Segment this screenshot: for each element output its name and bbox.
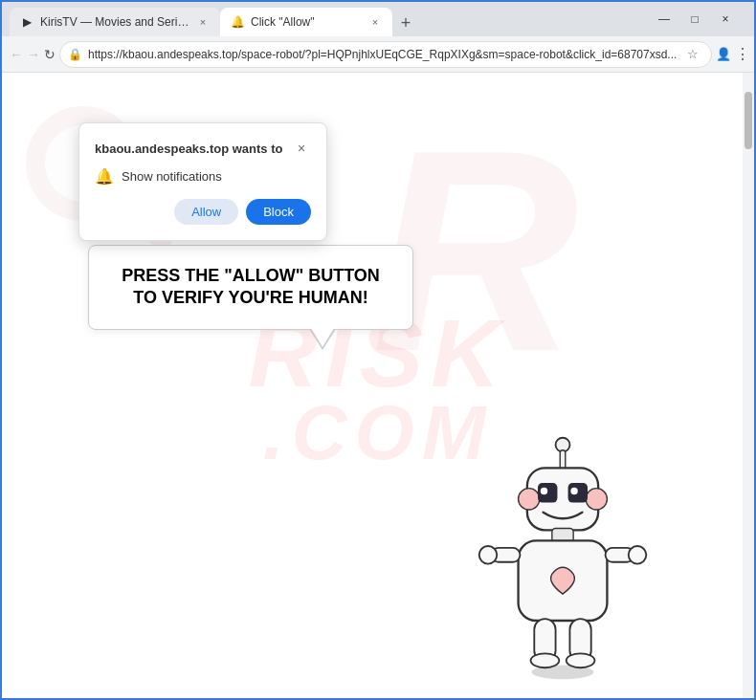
title-bar: ▶ KirisTV — Movies and Series D... × 🔔 C… — [2, 2, 754, 36]
allow-button[interactable]: Allow — [174, 199, 238, 225]
url-box[interactable]: 🔒 https://kbaou.andespeaks.top/space-rob… — [59, 41, 712, 68]
block-button[interactable]: Block — [246, 199, 311, 225]
tab-allow[interactable]: 🔔 Click "Allow" × — [220, 8, 392, 36]
notification-label: Show notifications — [122, 169, 222, 184]
svg-point-21 — [531, 653, 560, 667]
tab-2-close-button[interactable]: × — [367, 14, 383, 30]
reload-button[interactable]: ↻ — [44, 41, 56, 68]
svg-point-8 — [586, 489, 607, 510]
address-bar: ← → ↻ 🔒 https://kbaou.andespeaks.top/spa… — [2, 36, 754, 73]
close-button[interactable]: × — [712, 6, 739, 33]
new-tab-button[interactable]: + — [392, 10, 419, 36]
bell-icon: 🔔 — [95, 167, 114, 186]
svg-rect-5 — [560, 450, 566, 470]
permission-popup: kbaou.andespeaks.top wants to × 🔔 Show n… — [78, 122, 327, 241]
scrollbar-thumb[interactable] — [745, 92, 752, 149]
popup-title: kbaou.andespeaks.top wants to — [95, 142, 283, 156]
popup-notification-row: 🔔 Show notifications — [95, 167, 311, 186]
profile-button[interactable]: 👤 — [716, 44, 731, 65]
svg-rect-11 — [568, 483, 588, 502]
lock-icon: 🔒 — [68, 48, 82, 61]
svg-point-10 — [541, 488, 547, 494]
robot-illustration — [467, 434, 658, 683]
svg-point-22 — [567, 653, 595, 667]
popup-close-button[interactable]: × — [292, 139, 311, 158]
bookmark-button[interactable]: ☆ — [682, 44, 703, 65]
main-content: RISK .COM R kbaou.andespeaks.top wants t… — [2, 73, 754, 700]
svg-point-7 — [519, 489, 540, 510]
url-text: https://kbaou.andespeaks.top/space-robot… — [88, 48, 677, 61]
browser-menu-button[interactable]: ⋮ — [735, 41, 750, 68]
tab-kiristv[interactable]: ▶ KirisTV — Movies and Series D... × — [10, 8, 220, 36]
svg-rect-9 — [538, 483, 557, 502]
minimize-button[interactable]: — — [651, 6, 678, 33]
speech-bubble: PRESS THE "ALLOW" BUTTON TO VERIFY YOU'R… — [88, 245, 413, 330]
back-button[interactable]: ← — [10, 41, 23, 68]
popup-header: kbaou.andespeaks.top wants to × — [95, 139, 311, 158]
tab-1-favicon: ▶ — [19, 14, 34, 30]
popup-buttons: Allow Block — [95, 199, 311, 225]
tabs-area: ▶ KirisTV — Movies and Series D... × 🔔 C… — [10, 2, 647, 36]
r-watermark-icon: R — [371, 111, 678, 379]
tab-2-title: Click "Allow" — [251, 15, 362, 29]
tab-1-close-button[interactable]: × — [195, 14, 211, 30]
svg-point-12 — [570, 488, 577, 494]
svg-point-18 — [629, 546, 647, 564]
window-controls: — □ × — [651, 6, 739, 33]
tab-1-title: KirisTV — Movies and Series D... — [40, 15, 189, 29]
forward-button[interactable]: → — [27, 41, 40, 68]
robot-container — [467, 434, 658, 683]
url-actions: ☆ — [682, 44, 703, 65]
tab-2-favicon: 🔔 — [230, 14, 245, 30]
speech-bubble-text: PRESS THE "ALLOW" BUTTON TO VERIFY YOU'R… — [112, 265, 389, 310]
scrollbar[interactable] — [743, 73, 754, 700]
svg-point-17 — [479, 546, 498, 564]
maximize-button[interactable]: □ — [681, 6, 708, 33]
